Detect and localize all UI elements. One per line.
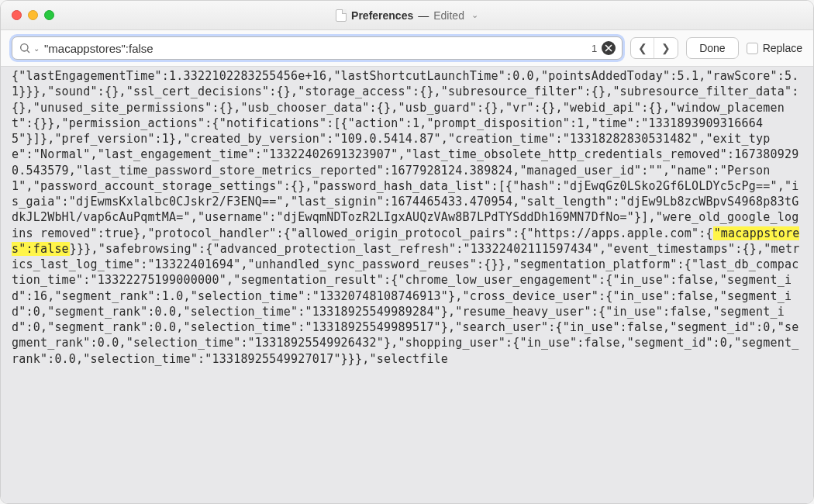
search-input[interactable]: [44, 42, 592, 55]
search-icon: [19, 42, 31, 54]
window-controls: [12, 10, 54, 20]
done-button[interactable]: Done: [686, 37, 738, 59]
window-title: Preferences — Edited ⌄: [1, 9, 813, 22]
search-field-wrap[interactable]: ⌄ 1: [12, 36, 623, 60]
svg-line-1: [27, 50, 29, 53]
replace-checkbox[interactable]: [747, 43, 758, 54]
chevron-down-icon: ⌄: [471, 10, 478, 20]
document-filename: Preferences: [351, 9, 413, 22]
replace-label: Replace: [763, 42, 802, 54]
close-window-button[interactable]: [12, 10, 22, 20]
titlebar: Preferences — Edited ⌄: [1, 1, 813, 30]
close-icon: [605, 44, 612, 52]
search-mode-menu-icon[interactable]: ⌄: [33, 44, 40, 53]
prev-next-segment: ❮ ❯: [630, 37, 678, 59]
text-content[interactable]: {"lastEngagementTime":1.3322102283255456…: [1, 67, 813, 503]
clear-search-button[interactable]: [602, 41, 616, 55]
document-icon: [336, 9, 347, 22]
prev-match-button[interactable]: ❮: [631, 38, 654, 58]
next-match-button[interactable]: ❯: [654, 38, 678, 58]
svg-point-0: [21, 44, 28, 51]
minimize-window-button[interactable]: [28, 10, 38, 20]
document-state: Edited: [433, 9, 464, 22]
fullscreen-window-button[interactable]: [44, 10, 54, 20]
find-bar: ⌄ 1 ❮ ❯ Done Replace: [1, 30, 813, 67]
text-before-match: {"lastEngagementTime":1.3322102283255456…: [12, 69, 798, 240]
match-count: 1: [592, 43, 597, 54]
text-after-match: }}},"safebrowsing":{"advanced_protection…: [12, 242, 799, 366]
title-separator: —: [418, 9, 429, 22]
editor-window: Preferences — Edited ⌄ ⌄ 1 ❮ ❯ Done Repl…: [0, 0, 814, 504]
replace-toggle[interactable]: Replace: [747, 42, 802, 54]
